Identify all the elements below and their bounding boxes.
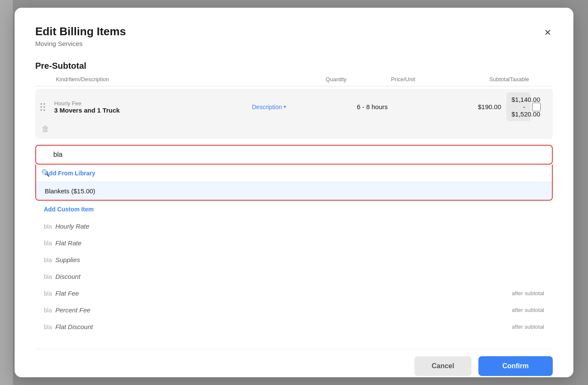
cancel-button[interactable]: Cancel [414, 356, 471, 376]
modal-title-group: Edit Billing Items Moving Services [35, 25, 126, 47]
col-taxable: Taxable [510, 76, 553, 82]
type-label: Flat Rate [55, 239, 82, 247]
list-item[interactable]: bla Discount [35, 268, 553, 285]
col-kind: Kind/Item/Description [56, 76, 278, 82]
custom-type-list: bla Hourly Rate bla Flat Rate bla Suppli… [35, 218, 553, 335]
close-button[interactable]: × [543, 25, 553, 40]
prefix-tag: bla [44, 273, 52, 280]
type-label: Flat Discount [55, 323, 93, 330]
prefix-tag: bla [44, 240, 52, 247]
prefix-tag: bla [44, 257, 52, 263]
after-tag: after subtotal [512, 324, 544, 330]
modal-subtitle: Moving Services [35, 40, 126, 47]
row-subtotal: $1,140.00 - $1,520.00 [506, 92, 530, 121]
type-label: Percent Fee [55, 306, 91, 314]
row-quantity: 6 - 8 hours [322, 103, 391, 110]
modal-header: Edit Billing Items Moving Services × [35, 25, 553, 47]
search-icon: 🔍 [41, 169, 50, 177]
drag-handle[interactable] [39, 101, 52, 113]
row-taxable-checkbox[interactable] [532, 103, 541, 111]
col-subtotal: Subtotal [415, 76, 510, 82]
list-item[interactable]: bla Supplies [35, 251, 553, 268]
prefix-tag: bla [44, 307, 52, 314]
billing-row: Hourly Fee 3 Movers and 1 Truck Descript… [35, 89, 553, 139]
list-item[interactable]: bla Flat Fee after subtotal [35, 285, 553, 302]
row-delete-button[interactable]: 🗑 [39, 123, 52, 135]
modal-footer: Cancel Confirm [35, 349, 553, 376]
add-custom-item-button[interactable]: Add Custom Item [35, 201, 553, 218]
confirm-button[interactable]: Confirm [478, 356, 553, 376]
after-tag: after subtotal [512, 307, 544, 313]
table-header: Kind/Item/Description Quantity Price/Uni… [35, 76, 553, 86]
row-price: $190.00 [393, 103, 505, 110]
pre-subtotal-title: Pre-Subtotal [35, 61, 553, 71]
library-item-label: Blankets ($15.00) [45, 187, 95, 195]
type-label: Flat Fee [55, 290, 79, 297]
prefix-tag: bla [44, 223, 52, 230]
list-item[interactable]: bla Flat Rate [35, 235, 553, 251]
col-price-unit: Price/Unit [346, 76, 415, 82]
search-input[interactable] [35, 145, 553, 165]
list-item[interactable]: bla Percent Fee after subtotal [35, 302, 553, 318]
add-from-library-header[interactable]: Add From Library [36, 165, 552, 182]
after-tag: after subtotal [512, 290, 544, 296]
search-dropdown: Add From Library Blankets ($15.00) [35, 165, 553, 201]
search-container: 🔍 Add From Library Blankets ($15.00) [35, 145, 553, 201]
library-item-blankets[interactable]: Blankets ($15.00) [36, 182, 552, 200]
description-link-label: Description [252, 104, 282, 110]
prefix-tag: bla [44, 324, 52, 330]
description-link[interactable]: Description ▾ [252, 104, 321, 110]
type-label: Supplies [55, 256, 80, 263]
prefix-tag: bla [44, 290, 52, 297]
custom-item-section: Add Custom Item bla Hourly Rate bla Flat… [35, 201, 553, 335]
list-item[interactable]: bla Flat Discount after subtotal [35, 318, 553, 335]
chevron-down-icon: ▾ [284, 104, 286, 110]
list-item[interactable]: bla Hourly Rate [35, 218, 553, 235]
col-quantity: Quantity [278, 76, 346, 82]
modal-title: Edit Billing Items [35, 25, 126, 38]
type-label: Discount [55, 273, 80, 280]
row-item-name: 3 Movers and 1 Truck [54, 107, 250, 114]
row-item-info: Hourly Fee 3 Movers and 1 Truck [54, 100, 250, 114]
type-label: Hourly Rate [55, 223, 89, 230]
row-item-type: Hourly Fee [54, 100, 250, 107]
edit-billing-modal: Edit Billing Items Moving Services × Pre… [15, 8, 573, 377]
